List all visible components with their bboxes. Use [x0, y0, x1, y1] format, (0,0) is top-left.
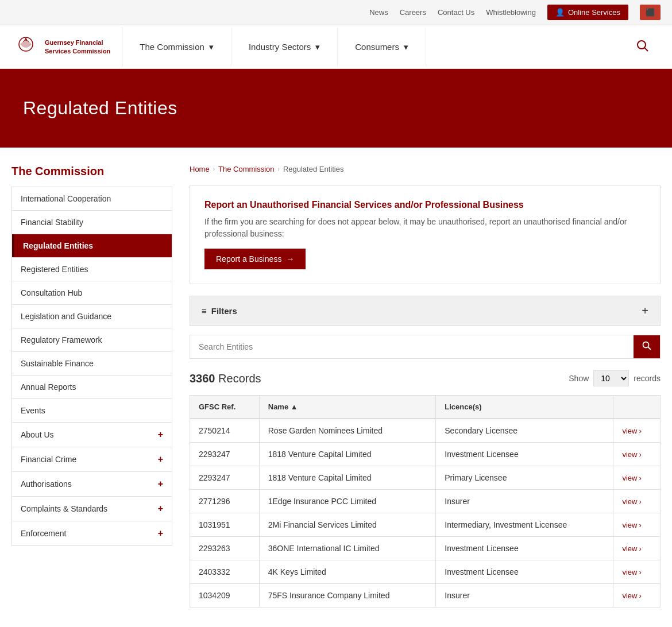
- sidebar-item-label: Consultation Hub: [21, 288, 82, 297]
- gfsc-ref: 2293247: [190, 443, 260, 466]
- page-title: Regulated Entities: [23, 98, 649, 119]
- table-column-header[interactable]: Name ▲: [259, 396, 436, 419]
- sidebar-item-label: Financial Stability: [21, 218, 83, 227]
- filters-bar[interactable]: ≡ Filters +: [190, 296, 661, 326]
- expand-icon: +: [158, 479, 163, 489]
- view-link[interactable]: view ›: [622, 497, 651, 506]
- sidebar-item-regulated-entities[interactable]: Regulated Entities: [12, 234, 172, 257]
- chevron-down-icon: ▾: [404, 42, 408, 52]
- table-row: 27712961Edge Insurance PCC LimitedInsure…: [190, 490, 661, 513]
- add-filter-icon[interactable]: +: [642, 304, 648, 318]
- expand-icon: +: [158, 504, 163, 514]
- chevron-right-icon: ›: [639, 474, 641, 482]
- records-count: 3360 Records: [190, 372, 261, 385]
- sidebar-item-enforcement[interactable]: Enforcement+: [12, 521, 172, 545]
- top-nav-careers[interactable]: Careers: [400, 8, 426, 17]
- top-nav-contact[interactable]: Contact Us: [438, 8, 474, 17]
- view-cell: view ›: [613, 537, 661, 560]
- view-cell: view ›: [613, 513, 661, 537]
- sidebar-item-sustainable-finance[interactable]: Sustainable Finance: [12, 352, 172, 375]
- gfsc-ref: 2293247: [190, 466, 260, 490]
- logo-icon: [11, 33, 40, 61]
- sidebar-menu: International CooperationFinancial Stabi…: [11, 187, 172, 546]
- chevron-down-icon: ▾: [209, 42, 214, 52]
- view-cell: view ›: [613, 466, 661, 490]
- entity-name: 1818 Venture Capital Limited: [259, 443, 436, 466]
- svg-point-1: [638, 41, 646, 49]
- sidebar-item-label: Regulatory Framework: [21, 335, 102, 345]
- nav-commission[interactable]: The Commission ▾: [122, 28, 231, 67]
- alert-box: Report an Unauthorised Financial Service…: [190, 185, 661, 284]
- gfsc-ref: 1031951: [190, 513, 260, 537]
- top-nav-whistleblowing[interactable]: Whistleblowing: [486, 8, 536, 17]
- view-link[interactable]: view ›: [622, 544, 651, 553]
- breadcrumb-home[interactable]: Home: [190, 165, 210, 173]
- sidebar-item-annual-reports[interactable]: Annual Reports: [12, 376, 172, 398]
- search-box: [190, 335, 661, 359]
- expand-icon: +: [158, 454, 163, 465]
- nav-consumers[interactable]: Consumers ▾: [338, 28, 426, 67]
- view-cell: view ›: [613, 419, 661, 443]
- breadcrumb-commission[interactable]: The Commission: [218, 165, 275, 173]
- sidebar-item-international-cooperation[interactable]: International Cooperation: [12, 187, 172, 210]
- view-cell: view ›: [613, 584, 661, 607]
- show-controls: Show 102550100 records: [569, 370, 661, 386]
- records-header: 3360 Records Show 102550100 records: [190, 370, 661, 386]
- records-per-page-select[interactable]: 102550100: [593, 370, 629, 386]
- sidebar-item-financial-stability[interactable]: Financial Stability: [12, 211, 172, 234]
- chevron-right-icon: ›: [639, 497, 641, 506]
- rss-button[interactable]: ⬛: [640, 5, 661, 20]
- nav-industry[interactable]: Industry Sectors ▾: [231, 28, 338, 67]
- sidebar-item-label: Authorisations: [21, 479, 72, 489]
- report-business-button[interactable]: Report a Business →: [204, 249, 306, 269]
- table-row: 24033324K Keys LimitedInvestment License…: [190, 560, 661, 584]
- view-link[interactable]: view ›: [622, 427, 651, 435]
- content-area: The Commission International Cooperation…: [0, 148, 672, 625]
- licence: Insurer: [436, 490, 613, 513]
- sidebar-item-complaints-&-standards[interactable]: Complaints & Standards+: [12, 497, 172, 521]
- sidebar-item-label: Complaints & Standards: [21, 504, 107, 513]
- view-link[interactable]: view ›: [622, 521, 651, 529]
- alert-title: Report an Unauthorised Financial Service…: [204, 200, 646, 210]
- sidebar-item-authorisations[interactable]: Authorisations+: [12, 472, 172, 496]
- sidebar-item-financial-crime[interactable]: Financial Crime+: [12, 447, 172, 471]
- top-nav-news[interactable]: News: [369, 8, 388, 17]
- licence: Investment Licensee: [436, 560, 613, 584]
- gfsc-ref: 2403332: [190, 560, 260, 584]
- sidebar-item-regulatory-framework[interactable]: Regulatory Framework: [12, 328, 172, 351]
- gfsc-ref: 2293263: [190, 537, 260, 560]
- view-cell: view ›: [613, 490, 661, 513]
- nav-items: The Commission ▾ Industry Sectors ▾ Cons…: [122, 28, 625, 67]
- online-services-button[interactable]: 👤 Online Services: [547, 5, 628, 20]
- sidebar-item-events[interactable]: Events: [12, 399, 172, 422]
- logo-area[interactable]: Guernsey Financial Services Commission: [11, 27, 122, 67]
- view-link[interactable]: view ›: [622, 450, 651, 459]
- sidebar-item-about-us[interactable]: About Us+: [12, 423, 172, 447]
- arrow-right-icon: →: [286, 254, 294, 264]
- entity-name: 36ONE International IC Limited: [259, 537, 436, 560]
- sidebar-item-label: International Cooperation: [21, 194, 111, 203]
- table-column-header: [613, 396, 661, 419]
- view-link[interactable]: view ›: [622, 568, 651, 576]
- view-link[interactable]: view ›: [622, 591, 651, 600]
- table-row: 10319512Mi Financial Services LimitedInt…: [190, 513, 661, 537]
- chevron-right-icon: ›: [639, 591, 641, 600]
- sidebar: The Commission International Cooperation…: [11, 165, 172, 607]
- table-row: 22932471818 Venture Capital LimitedPrima…: [190, 466, 661, 490]
- search-icon[interactable]: [625, 25, 661, 68]
- hero-banner: Regulated Entities: [0, 69, 672, 148]
- entity-name: 4K Keys Limited: [259, 560, 436, 584]
- sidebar-item-consultation-hub[interactable]: Consultation Hub: [12, 281, 172, 304]
- entity-name: 1818 Venture Capital Limited: [259, 466, 436, 490]
- sidebar-item-legislation-and-guidance[interactable]: Legislation and Guidance: [12, 305, 172, 328]
- table-row: 22932471818 Venture Capital LimitedInves…: [190, 443, 661, 466]
- sidebar-item-label: Annual Reports: [21, 382, 76, 392]
- chevron-right-icon: ›: [639, 427, 641, 435]
- sidebar-item-registered-entities[interactable]: Registered Entities: [12, 258, 172, 281]
- search-input[interactable]: [190, 335, 634, 358]
- view-link[interactable]: view ›: [622, 474, 651, 482]
- table-body: 2750214Rose Garden Nominees LimitedSecon…: [190, 419, 661, 607]
- search-button[interactable]: [634, 335, 660, 358]
- entity-name: Rose Garden Nominees Limited: [259, 419, 436, 443]
- sidebar-item-label: Events: [21, 406, 45, 415]
